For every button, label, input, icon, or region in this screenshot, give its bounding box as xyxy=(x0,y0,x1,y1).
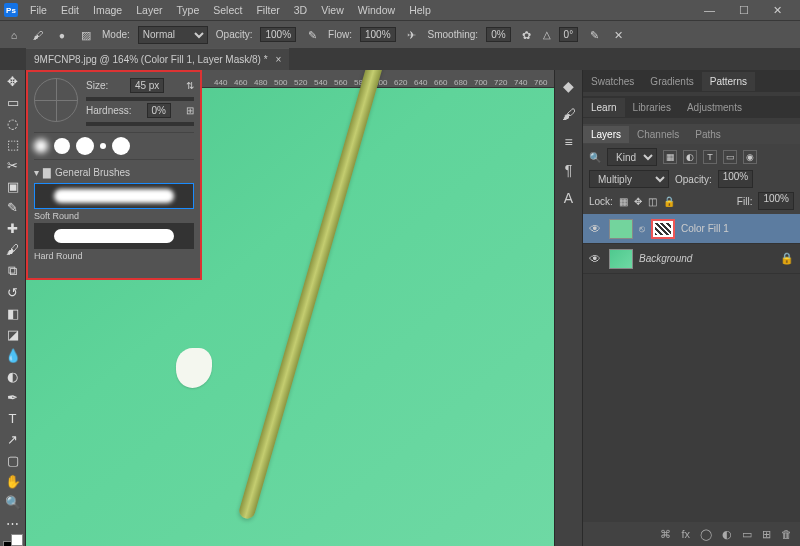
color-panel-icon[interactable]: ◆ xyxy=(563,78,574,94)
color-swatches[interactable] xyxy=(3,541,23,546)
heal-tool-icon[interactable]: ✚ xyxy=(3,221,23,236)
menu-file[interactable]: File xyxy=(24,2,53,18)
filter-pixel-icon[interactable]: ▦ xyxy=(663,150,677,164)
brush-tip[interactable] xyxy=(100,143,106,149)
link-icon[interactable]: ⎋ xyxy=(639,223,645,234)
move-tool-icon[interactable]: ✥ xyxy=(3,74,23,89)
menu-image[interactable]: Image xyxy=(87,2,128,18)
brush-tool-icon[interactable]: 🖌 xyxy=(30,27,46,43)
menu-3d[interactable]: 3D xyxy=(288,2,313,18)
pressure-size-icon[interactable]: ✎ xyxy=(586,27,602,43)
lock-icon[interactable]: 🔒 xyxy=(780,252,794,265)
hand-tool-icon[interactable]: ✋ xyxy=(3,474,23,489)
history-brush-icon[interactable]: ↺ xyxy=(3,285,23,300)
lock-artboard-icon[interactable]: ◫ xyxy=(648,196,657,207)
pen-tool-icon[interactable]: ✒ xyxy=(3,390,23,405)
hardness-slider[interactable] xyxy=(86,122,194,126)
filter-adjust-icon[interactable]: ◐ xyxy=(683,150,697,164)
menu-layer[interactable]: Layer xyxy=(130,2,168,18)
mask-icon[interactable]: ◯ xyxy=(700,528,712,541)
menu-filter[interactable]: Filter xyxy=(250,2,285,18)
paragraph-panel-icon[interactable]: ¶ xyxy=(565,162,573,178)
tab-close-icon[interactable]: × xyxy=(276,54,282,65)
frame-tool-icon[interactable]: ▣ xyxy=(3,179,23,194)
eraser-tool-icon[interactable]: ◧ xyxy=(3,306,23,321)
fx-icon[interactable]: fx xyxy=(681,528,690,540)
character-panel-icon[interactable]: A xyxy=(564,190,573,206)
filter-shape-icon[interactable]: ▭ xyxy=(723,150,737,164)
zoom-tool-icon[interactable]: 🔍 xyxy=(3,495,23,510)
menu-window[interactable]: Window xyxy=(352,2,401,18)
fill-value[interactable]: 100% xyxy=(758,192,794,210)
gear-icon[interactable]: ✿ xyxy=(519,27,535,43)
document-tab[interactable]: 9MFCNP8.jpg @ 164% (Color Fill 1, Layer … xyxy=(26,48,289,70)
flow-value[interactable]: 100% xyxy=(360,27,396,42)
menu-help[interactable]: Help xyxy=(403,2,437,18)
close-icon[interactable]: ✕ xyxy=(767,2,788,19)
tab-learn[interactable]: Learn xyxy=(583,98,625,117)
menu-type[interactable]: Type xyxy=(170,2,205,18)
layer-background[interactable]: 👁 Background 🔒 xyxy=(583,244,800,274)
shape-tool-icon[interactable]: ▢ xyxy=(3,453,23,468)
more-tools-icon[interactable]: ⋯ xyxy=(3,516,23,531)
path-tool-icon[interactable]: ↗ xyxy=(3,432,23,447)
text-tool-icon[interactable]: T xyxy=(3,411,23,426)
tab-gradients[interactable]: Gradients xyxy=(642,72,701,91)
tab-libraries[interactable]: Libraries xyxy=(625,98,679,117)
new-layer-icon[interactable]: ⊞ xyxy=(762,528,771,541)
layer-color-fill[interactable]: 👁 ⎋ Color Fill 1 xyxy=(583,214,800,244)
maximize-icon[interactable]: ☐ xyxy=(733,2,755,19)
layer-mask-thumbnail[interactable] xyxy=(651,219,675,239)
brush-panel-icon[interactable]: ▨ xyxy=(78,27,94,43)
brush-angle-preview[interactable] xyxy=(34,78,78,122)
lock-pixels-icon[interactable]: ▦ xyxy=(619,196,628,207)
dodge-tool-icon[interactable]: ◐ xyxy=(3,369,23,384)
brush-preset-hard[interactable] xyxy=(34,223,194,249)
minimize-icon[interactable]: — xyxy=(698,2,721,19)
kind-select[interactable]: Kind xyxy=(607,148,657,166)
pressure-opacity-icon[interactable]: ✎ xyxy=(304,27,320,43)
tab-channels[interactable]: Channels xyxy=(629,126,687,143)
smoothing-value[interactable]: 0% xyxy=(486,27,510,42)
opacity-value[interactable]: 100% xyxy=(260,27,296,42)
blur-tool-icon[interactable]: 💧 xyxy=(3,348,23,363)
angle-value[interactable]: 0° xyxy=(559,27,579,42)
lasso-tool-icon[interactable]: ◌ xyxy=(3,116,23,131)
menu-view[interactable]: View xyxy=(315,2,350,18)
brush-tip[interactable] xyxy=(54,138,70,154)
marquee-tool-icon[interactable]: ▭ xyxy=(3,95,23,110)
group-icon[interactable]: ▭ xyxy=(742,528,752,541)
new-preset-icon[interactable]: ⊞ xyxy=(186,105,194,116)
brushes-panel-icon[interactable]: 🖌 xyxy=(562,106,576,122)
filter-smart-icon[interactable]: ◉ xyxy=(743,150,757,164)
brush-tip[interactable] xyxy=(112,137,130,155)
history-panel-icon[interactable]: ≡ xyxy=(564,134,572,150)
filter-text-icon[interactable]: T xyxy=(703,150,717,164)
layer-thumbnail[interactable] xyxy=(609,219,633,239)
lock-position-icon[interactable]: ✥ xyxy=(634,196,642,207)
trash-icon[interactable]: 🗑 xyxy=(781,528,792,540)
wand-tool-icon[interactable]: ⬚ xyxy=(3,137,23,152)
brush-tool-icon[interactable]: 🖌 xyxy=(3,242,23,257)
menu-select[interactable]: Select xyxy=(207,2,248,18)
symmetry-icon[interactable]: ✕ xyxy=(610,27,626,43)
size-slider[interactable] xyxy=(86,97,194,101)
stamp-tool-icon[interactable]: ⧉ xyxy=(3,263,23,279)
airbrush-icon[interactable]: ✈ xyxy=(404,27,420,43)
tab-paths[interactable]: Paths xyxy=(687,126,729,143)
tab-swatches[interactable]: Swatches xyxy=(583,72,642,91)
flip-icon[interactable]: ⇅ xyxy=(186,80,194,91)
visibility-icon[interactable]: 👁 xyxy=(589,252,603,266)
brush-tip[interactable] xyxy=(34,139,48,153)
layer-opacity-value[interactable]: 100% xyxy=(718,170,754,188)
mode-select[interactable]: Normal xyxy=(138,26,208,44)
brush-preset-icon[interactable]: ● xyxy=(54,27,70,43)
size-value[interactable]: 45 px xyxy=(130,78,164,93)
tab-adjustments[interactable]: Adjustments xyxy=(679,98,750,117)
brush-tip[interactable] xyxy=(76,137,94,155)
adjustment-icon[interactable]: ◐ xyxy=(722,528,732,541)
lock-all-icon[interactable]: 🔒 xyxy=(663,196,675,207)
search-icon[interactable]: 🔍 xyxy=(589,152,601,163)
background-swatch[interactable] xyxy=(11,534,23,546)
hardness-value[interactable]: 0% xyxy=(147,103,171,118)
